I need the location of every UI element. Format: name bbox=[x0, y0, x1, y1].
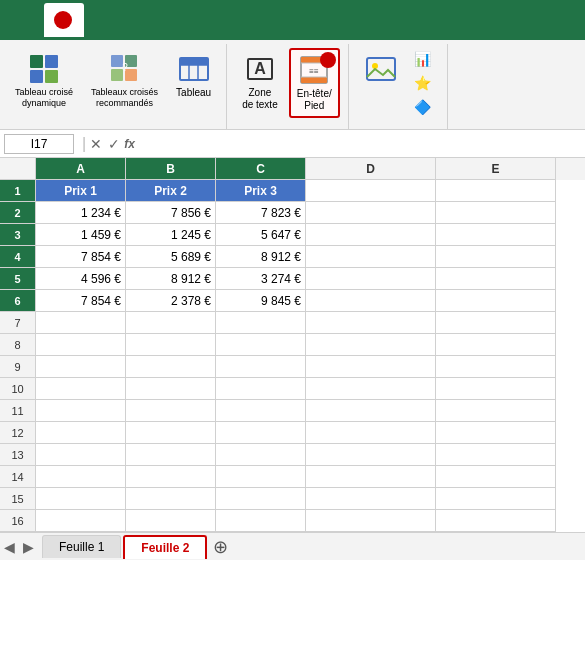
menu-revision[interactable] bbox=[144, 12, 164, 28]
list-item[interactable] bbox=[216, 312, 306, 334]
list-item[interactable] bbox=[216, 356, 306, 378]
row-number[interactable]: 1 bbox=[0, 180, 36, 202]
list-item[interactable] bbox=[126, 334, 216, 356]
list-item[interactable] bbox=[216, 422, 306, 444]
row-number[interactable]: 3 bbox=[0, 224, 36, 246]
list-item[interactable]: 1 234 € bbox=[36, 202, 126, 224]
list-item[interactable]: 7 823 € bbox=[216, 202, 306, 224]
list-item[interactable] bbox=[436, 422, 556, 444]
list-item[interactable] bbox=[126, 510, 216, 532]
list-item[interactable] bbox=[216, 466, 306, 488]
tab-nav-prev[interactable]: ◀ bbox=[4, 539, 15, 555]
list-item[interactable] bbox=[306, 312, 436, 334]
btn-for[interactable]: 📊 bbox=[409, 48, 439, 70]
list-item[interactable] bbox=[306, 246, 436, 268]
btn-mo[interactable]: 🔷 bbox=[409, 96, 439, 118]
list-item[interactable]: 1 245 € bbox=[126, 224, 216, 246]
list-item[interactable] bbox=[36, 378, 126, 400]
btn-ico[interactable]: ⭐ bbox=[409, 72, 439, 94]
btn-zone-texte[interactable]: A Zonede texte bbox=[235, 48, 285, 116]
list-item[interactable] bbox=[436, 378, 556, 400]
menu-formules[interactable] bbox=[104, 12, 124, 28]
list-item[interactable] bbox=[36, 466, 126, 488]
list-item[interactable] bbox=[36, 334, 126, 356]
col-header-c[interactable]: C bbox=[216, 158, 306, 180]
list-item[interactable] bbox=[306, 444, 436, 466]
row-number[interactable]: 7 bbox=[0, 312, 36, 334]
row-number[interactable]: 12 bbox=[0, 422, 36, 444]
list-item[interactable] bbox=[306, 268, 436, 290]
list-item[interactable] bbox=[306, 202, 436, 224]
col-header-d[interactable]: D bbox=[306, 158, 436, 180]
list-item[interactable] bbox=[126, 400, 216, 422]
list-item[interactable] bbox=[436, 334, 556, 356]
list-item[interactable]: 7 856 € bbox=[126, 202, 216, 224]
btn-images[interactable] bbox=[357, 48, 405, 92]
menu-acco[interactable] bbox=[24, 12, 44, 28]
list-item[interactable] bbox=[436, 202, 556, 224]
list-item[interactable] bbox=[306, 466, 436, 488]
list-item[interactable] bbox=[436, 400, 556, 422]
list-item[interactable] bbox=[36, 422, 126, 444]
list-item[interactable] bbox=[436, 510, 556, 532]
list-item[interactable] bbox=[306, 378, 436, 400]
list-item[interactable] bbox=[36, 488, 126, 510]
list-item[interactable] bbox=[216, 488, 306, 510]
row-number[interactable]: 10 bbox=[0, 378, 36, 400]
list-item[interactable] bbox=[436, 444, 556, 466]
list-item[interactable] bbox=[36, 312, 126, 334]
list-item[interactable] bbox=[306, 180, 436, 202]
menu-donnees[interactable] bbox=[124, 12, 144, 28]
list-item[interactable]: 5 647 € bbox=[216, 224, 306, 246]
list-item[interactable]: 4 596 € bbox=[36, 268, 126, 290]
list-item[interactable]: 7 854 € bbox=[36, 246, 126, 268]
list-item[interactable] bbox=[436, 180, 556, 202]
menu-fichier[interactable] bbox=[4, 12, 24, 28]
row-number[interactable]: 4 bbox=[0, 246, 36, 268]
btn-tableaux-croises-recommandes[interactable]: ? Tableaux croisésrecommandés bbox=[84, 48, 165, 114]
list-item[interactable] bbox=[216, 510, 306, 532]
list-item[interactable]: 9 845 € bbox=[216, 290, 306, 312]
list-item[interactable]: Prix 1 bbox=[36, 180, 126, 202]
btn-entete-pied[interactable]: ≡≡ En-tête/Pied bbox=[289, 48, 340, 118]
formula-input[interactable] bbox=[139, 135, 581, 153]
list-item[interactable] bbox=[436, 290, 556, 312]
list-item[interactable]: Prix 3 bbox=[216, 180, 306, 202]
list-item[interactable] bbox=[36, 400, 126, 422]
list-item[interactable]: Prix 2 bbox=[126, 180, 216, 202]
row-number[interactable]: 5 bbox=[0, 268, 36, 290]
list-item[interactable] bbox=[436, 312, 556, 334]
list-item[interactable] bbox=[126, 422, 216, 444]
row-number[interactable]: 6 bbox=[0, 290, 36, 312]
row-number[interactable]: 8 bbox=[0, 334, 36, 356]
col-header-e[interactable]: E bbox=[436, 158, 556, 180]
list-item[interactable] bbox=[306, 488, 436, 510]
list-item[interactable] bbox=[216, 444, 306, 466]
list-item[interactable] bbox=[126, 312, 216, 334]
list-item[interactable] bbox=[436, 268, 556, 290]
row-number[interactable]: 15 bbox=[0, 488, 36, 510]
tab-nav-next[interactable]: ▶ bbox=[23, 539, 34, 555]
list-item[interactable] bbox=[36, 356, 126, 378]
list-item[interactable] bbox=[306, 422, 436, 444]
list-item[interactable] bbox=[306, 356, 436, 378]
menu-mise-en-page[interactable] bbox=[84, 12, 104, 28]
list-item[interactable] bbox=[306, 334, 436, 356]
row-number[interactable]: 14 bbox=[0, 466, 36, 488]
sheet-tab-1[interactable]: Feuille 1 bbox=[42, 535, 121, 558]
cell-reference-box[interactable] bbox=[4, 134, 74, 154]
list-item[interactable] bbox=[216, 378, 306, 400]
list-item[interactable] bbox=[306, 400, 436, 422]
row-number[interactable]: 13 bbox=[0, 444, 36, 466]
row-number[interactable]: 16 bbox=[0, 510, 36, 532]
list-item[interactable]: 3 274 € bbox=[216, 268, 306, 290]
col-header-a[interactable]: A bbox=[36, 158, 126, 180]
list-item[interactable]: 1 459 € bbox=[36, 224, 126, 246]
list-item[interactable] bbox=[436, 246, 556, 268]
row-number[interactable]: 9 bbox=[0, 356, 36, 378]
list-item[interactable] bbox=[216, 334, 306, 356]
list-item[interactable] bbox=[126, 356, 216, 378]
row-number[interactable]: 2 bbox=[0, 202, 36, 224]
list-item[interactable] bbox=[126, 378, 216, 400]
list-item[interactable] bbox=[36, 510, 126, 532]
